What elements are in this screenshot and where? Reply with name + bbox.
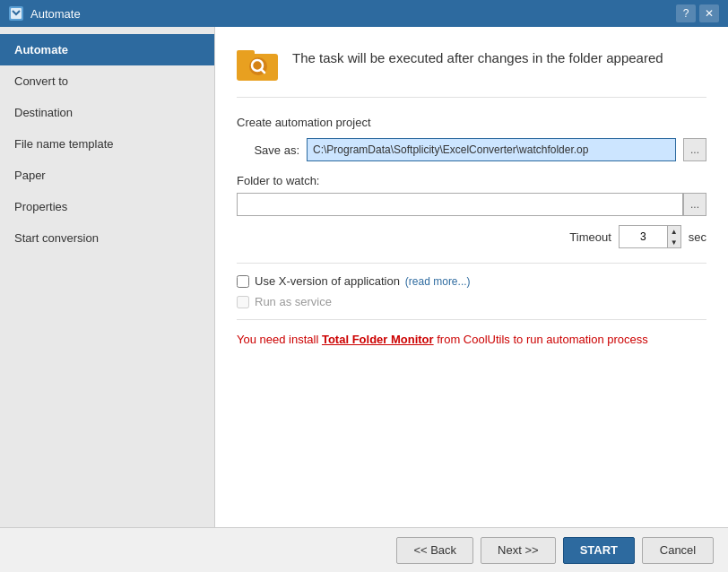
- sidebar-item-start-conversion[interactable]: Start conversion: [0, 222, 214, 254]
- sidebar-item-convert-to[interactable]: Convert to: [0, 65, 214, 97]
- save-as-input[interactable]: [307, 138, 676, 161]
- notice-section: You need install Total Folder Monitor fr…: [237, 331, 706, 349]
- folder-watch-label: Folder to watch:: [237, 174, 706, 187]
- sidebar-item-properties[interactable]: Properties: [0, 191, 214, 222]
- svg-rect-2: [237, 50, 255, 57]
- title-bar-left: Automate: [9, 6, 81, 21]
- x-version-label: Use X-version of application: [255, 274, 400, 288]
- title-bar: Automate ? ✕: [0, 0, 728, 27]
- folder-watch-input-wrap: ...: [237, 193, 706, 216]
- footer: << Back Next >> START Cancel: [0, 527, 728, 572]
- timeout-input[interactable]: 3: [619, 225, 668, 248]
- content-header-text: The task will be executed after changes …: [292, 45, 663, 67]
- timeout-label: Timeout: [569, 230, 611, 244]
- folder-watch-section: Folder to watch: ...: [237, 174, 706, 216]
- x-version-row: Use X-version of application (read more.…: [237, 274, 706, 288]
- save-as-label: Save as:: [237, 143, 299, 157]
- spinner-buttons: ▲ ▼: [668, 225, 681, 248]
- divider-1: [237, 263, 706, 264]
- sidebar: Automate Convert to Destination File nam…: [0, 27, 215, 527]
- timeout-spinner: 3 ▲ ▼: [619, 225, 681, 248]
- notice-text-before: You need install: [237, 333, 322, 346]
- run-as-service-label: Run as service: [255, 295, 332, 308]
- x-version-checkbox[interactable]: [237, 275, 249, 288]
- start-button[interactable]: START: [563, 537, 635, 564]
- save-as-browse-button[interactable]: ...: [683, 138, 706, 161]
- cancel-button[interactable]: Cancel: [642, 537, 714, 564]
- folder-watch-input[interactable]: [237, 193, 683, 216]
- next-button[interactable]: Next >>: [481, 537, 556, 564]
- help-button[interactable]: ?: [676, 4, 696, 22]
- divider-2: [237, 319, 706, 320]
- run-as-service-row: Run as service: [237, 295, 706, 308]
- title-bar-controls: ? ✕: [676, 4, 719, 22]
- content-area: The task will be executed after changes …: [215, 27, 728, 527]
- read-more-link[interactable]: (read more...): [405, 275, 471, 288]
- total-folder-monitor-link[interactable]: Total Folder Monitor: [322, 333, 434, 346]
- save-as-row: Save as: ...: [237, 138, 706, 161]
- title-bar-text: Automate: [30, 7, 81, 21]
- notice-text-after: from CoolUtils to run automation process: [434, 333, 648, 346]
- timeout-increment-button[interactable]: ▲: [668, 226, 680, 237]
- run-as-service-checkbox: [237, 296, 249, 308]
- folder-watch-browse-button[interactable]: ...: [683, 193, 706, 216]
- app-icon: [9, 6, 23, 21]
- timeout-decrement-button[interactable]: ▼: [668, 237, 680, 247]
- content-header: The task will be executed after changes …: [237, 45, 706, 98]
- sidebar-item-destination[interactable]: Destination: [0, 97, 214, 128]
- main-container: Automate Convert to Destination File nam…: [0, 27, 728, 527]
- folder-watch-icon: [237, 45, 280, 82]
- timeout-row: Timeout 3 ▲ ▼ sec: [237, 225, 706, 248]
- sidebar-item-paper[interactable]: Paper: [0, 160, 214, 191]
- section-title: Create automation project: [237, 116, 706, 129]
- sidebar-item-automate[interactable]: Automate: [0, 34, 214, 65]
- timeout-unit: sec: [689, 230, 706, 244]
- close-button[interactable]: ✕: [699, 4, 719, 22]
- back-button[interactable]: << Back: [396, 537, 473, 564]
- sidebar-item-file-name-template[interactable]: File name template: [0, 128, 214, 160]
